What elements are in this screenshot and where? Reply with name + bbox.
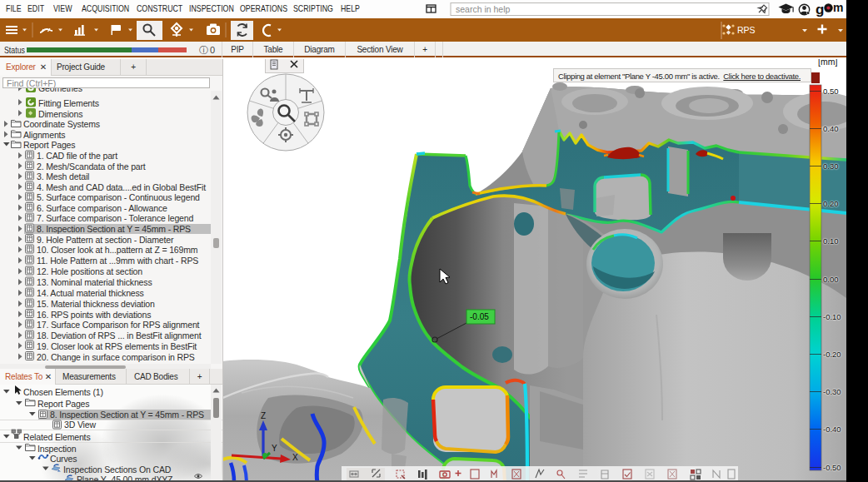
svg-text:search in help: search in help <box>456 4 511 14</box>
svg-text:Y: Y <box>272 444 277 453</box>
svg-text:X: X <box>292 453 298 462</box>
svg-text:m: m <box>833 1 843 14</box>
svg-text:g: g <box>816 2 824 17</box>
svg-text:Z: Z <box>261 411 266 420</box>
svg-text:RPS: RPS <box>737 25 756 35</box>
svg-text:-0.05: -0.05 <box>470 312 489 321</box>
